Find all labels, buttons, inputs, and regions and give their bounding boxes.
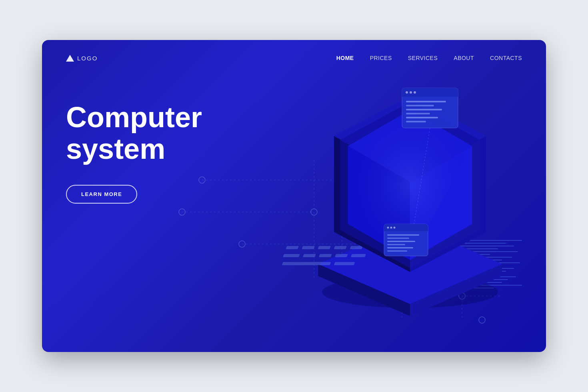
- svg-rect-47: [282, 262, 331, 265]
- svg-point-11: [239, 241, 245, 247]
- svg-point-64: [387, 227, 389, 229]
- svg-rect-70: [387, 244, 405, 245]
- nav-link-prices[interactable]: PRICES: [370, 55, 392, 61]
- nav-links: HOME PRICES SERVICES ABOUT CONTACTS: [336, 54, 522, 62]
- nav-item-services[interactable]: SERVICES: [408, 54, 438, 62]
- landing-page: LOGO HOME PRICES SERVICES ABOUT CONTACTS…: [42, 40, 546, 352]
- svg-rect-72: [387, 250, 407, 252]
- svg-rect-68: [387, 238, 409, 239]
- svg-rect-40: [334, 246, 347, 249]
- floating-card-bottom: [384, 224, 428, 256]
- svg-rect-39: [318, 246, 331, 249]
- svg-point-65: [390, 227, 392, 229]
- hero-title-line2: system: [66, 133, 165, 165]
- svg-rect-45: [335, 254, 348, 257]
- nav-link-home[interactable]: HOME: [336, 55, 354, 61]
- nav-link-about[interactable]: ABOUT: [454, 55, 474, 61]
- hero-title-line1: Computer: [66, 101, 202, 133]
- navbar: LOGO HOME PRICES SERVICES ABOUT CONTACTS: [42, 40, 546, 70]
- nav-item-prices[interactable]: PRICES: [370, 54, 392, 62]
- keyboard-keys: [282, 246, 366, 265]
- svg-rect-67: [387, 234, 419, 236]
- svg-rect-43: [303, 254, 316, 257]
- svg-rect-71: [387, 247, 413, 248]
- nav-item-contacts[interactable]: CONTACTS: [490, 54, 522, 62]
- svg-rect-41: [350, 246, 363, 249]
- svg-rect-44: [319, 254, 332, 257]
- nav-link-contacts[interactable]: CONTACTS: [490, 55, 522, 61]
- logo: LOGO: [66, 55, 98, 62]
- svg-point-10: [179, 209, 185, 215]
- logo-triangle-icon: [66, 55, 74, 62]
- svg-rect-69: [387, 241, 415, 242]
- svg-rect-63: [384, 229, 428, 231]
- svg-point-66: [394, 227, 396, 229]
- learn-more-button[interactable]: LEARN MORE: [66, 185, 137, 204]
- svg-rect-42: [283, 254, 300, 257]
- hero-title: Computer system: [66, 102, 226, 165]
- logo-text: LOGO: [77, 55, 98, 62]
- svg-rect-48: [334, 262, 355, 265]
- nav-link-services[interactable]: SERVICES: [408, 55, 438, 61]
- svg-rect-46: [351, 254, 366, 257]
- nav-item-about[interactable]: ABOUT: [454, 54, 474, 62]
- hero-content: Computer system LEARN MORE: [42, 70, 546, 204]
- svg-rect-38: [302, 246, 315, 249]
- svg-rect-37: [286, 246, 299, 249]
- nav-item-home[interactable]: HOME: [336, 54, 354, 62]
